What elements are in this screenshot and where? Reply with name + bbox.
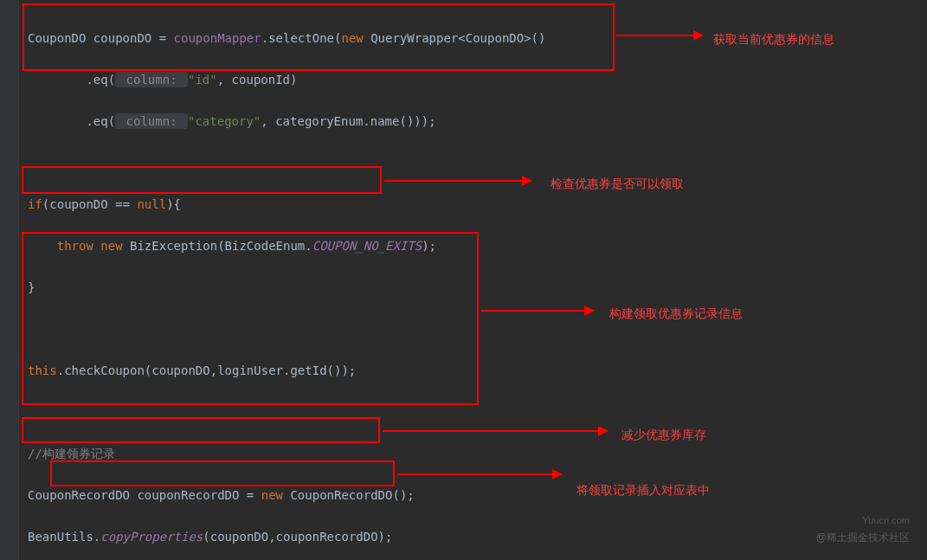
arrow-5 <box>397 473 562 475</box>
arrow-2 <box>384 180 531 182</box>
code-line: .eq( column: "id", couponId) <box>28 69 927 90</box>
annotation-3: 构建领取优惠券记录信息 <box>609 303 743 324</box>
code-line: .eq( column: "category", categoryEnum.na… <box>28 111 927 132</box>
code-line <box>28 402 927 422</box>
code-line: //构建领券记录 <box>28 443 927 464</box>
code-line: CouponRecordDO couponRecordDO = new Coup… <box>28 485 927 505</box>
code-line: this.checkCoupon(couponDO,loginUser.getI… <box>28 360 927 381</box>
code-line <box>28 319 927 339</box>
code-line: BeanUtils.copyProperties(couponDO,coupon… <box>28 526 927 547</box>
annotation-5: 将领取记录插入对应表中 <box>576 480 710 500</box>
code-line <box>28 152 927 173</box>
code-line: throw new BizException(BizCodeEnum.COUPO… <box>28 235 927 256</box>
annotation-2: 检查优惠券是否可以领取 <box>550 173 684 194</box>
parameter-hint: column: <box>115 72 188 87</box>
annotation-1: 获取当前优惠券的信息 <box>713 29 834 49</box>
code-editor[interactable]: CouponDO couponDO = couponMapper.selectO… <box>0 0 927 560</box>
annotation-4: 减少优惠券库存 <box>621 424 706 445</box>
arrow-4 <box>383 430 608 432</box>
code-line: if(couponDO == null){ <box>28 194 927 215</box>
watermark: @稀土掘金技术社区 <box>816 527 910 548</box>
code-line: } <box>28 277 927 298</box>
arrow-1 <box>616 35 703 36</box>
arrow-3 <box>481 310 594 312</box>
parameter-hint: column: <box>115 113 188 129</box>
